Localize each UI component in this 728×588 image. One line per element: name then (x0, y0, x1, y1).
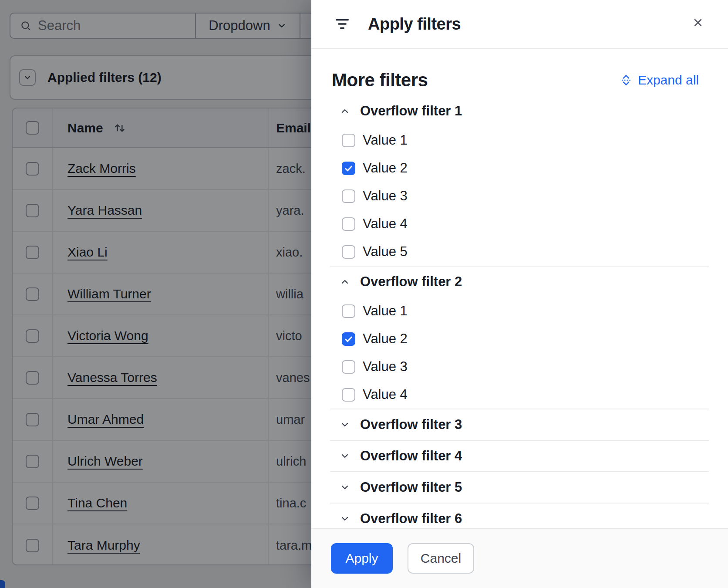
filter-option-row: Value 4 (311, 381, 728, 409)
filter-option-label[interactable]: Value 4 (363, 216, 408, 232)
more-filters-heading: More filters (332, 70, 428, 91)
apply-button[interactable]: Apply (331, 543, 393, 574)
filter-section-toggle-overflow-filter-6[interactable]: Overflow filter 6 (311, 504, 728, 528)
filter-option-row: Value 2 (311, 325, 728, 353)
drawer-body: More filters Expand all Overflow filter … (311, 49, 728, 528)
checkbox-overflow-filter-2-value-2[interactable] (342, 332, 355, 346)
checkbox-overflow-filter-1-value-3[interactable] (342, 189, 355, 203)
apply-filters-drawer: Apply filters More filters Expand all Ov… (311, 0, 728, 588)
chevron-down-icon (339, 451, 351, 461)
filter-option-row: Value 5 (311, 238, 728, 266)
page: Dropdown Applied filters (12) Name (0, 0, 728, 588)
expand-all-label: Expand all (638, 73, 699, 88)
checkmark-icon (344, 163, 354, 173)
checkbox-overflow-filter-2-value-1[interactable] (342, 304, 355, 318)
filter-option-row: Value 3 (311, 182, 728, 210)
chevron-down-icon (339, 482, 351, 493)
filter-section-label: Overflow filter 1 (360, 103, 462, 119)
drawer-title: Apply filters (368, 15, 461, 34)
filter-option-row: Value 1 (311, 297, 728, 325)
checkbox-overflow-filter-1-value-5[interactable] (342, 245, 355, 259)
chevron-down-icon (339, 419, 351, 430)
filter-section-toggle-overflow-filter-3[interactable]: Overflow filter 3 (311, 409, 728, 440)
filter-section-label: Overflow filter 3 (360, 417, 462, 433)
filter-section-label: Overflow filter 6 (360, 511, 462, 527)
filter-option-label[interactable]: Value 4 (363, 387, 408, 402)
checkbox-overflow-filter-1-value-2[interactable] (342, 162, 355, 175)
expand-all-icon (620, 74, 633, 87)
filter-option-label[interactable]: Value 3 (363, 359, 408, 375)
filter-section-label: Overflow filter 2 (360, 274, 462, 290)
chevron-up-icon (339, 277, 351, 287)
filter-section-toggle-overflow-filter-1[interactable]: Overflow filter 1 (311, 96, 728, 126)
cancel-button[interactable]: Cancel (408, 543, 474, 574)
filter-section-label: Overflow filter 4 (360, 448, 462, 464)
filter-option-label[interactable]: Value 2 (363, 160, 408, 176)
checkbox-overflow-filter-2-value-3[interactable] (342, 360, 355, 374)
filter-option-label[interactable]: Value 3 (363, 188, 408, 204)
filter-option-row: Value 2 (311, 154, 728, 182)
filter-option-label[interactable]: Value 1 (363, 132, 408, 148)
more-filters-row: More filters Expand all (332, 69, 699, 91)
checkbox-overflow-filter-1-value-4[interactable] (342, 217, 355, 231)
checkbox-overflow-filter-1-value-1[interactable] (342, 134, 355, 147)
close-button[interactable] (688, 12, 708, 33)
filter-section-toggle-overflow-filter-5[interactable]: Overflow filter 5 (311, 472, 728, 503)
filter-section-toggle-overflow-filter-2[interactable]: Overflow filter 2 (311, 267, 728, 297)
chevron-up-icon (339, 106, 351, 116)
filter-sections-list: Overflow filter 1Value 1Value 2Value 3Va… (311, 96, 728, 528)
filter-option-label[interactable]: Value 1 (363, 303, 408, 319)
checkbox-overflow-filter-2-value-4[interactable] (342, 388, 355, 402)
checkmark-icon (344, 334, 354, 344)
drawer-footer: Apply Cancel (311, 528, 728, 588)
filter-option-label[interactable]: Value 5 (363, 244, 408, 260)
filter-section-toggle-overflow-filter-4[interactable]: Overflow filter 4 (311, 441, 728, 471)
filter-section-label: Overflow filter 5 (360, 480, 462, 495)
chevron-down-icon (339, 514, 351, 524)
drawer-header: Apply filters (311, 0, 728, 49)
close-icon (692, 17, 704, 29)
filter-option-row: Value 4 (311, 210, 728, 238)
expand-all-button[interactable]: Expand all (620, 73, 699, 88)
filter-option-row: Value 1 (311, 126, 728, 154)
filter-option-label[interactable]: Value 2 (363, 331, 408, 347)
filter-option-row: Value 3 (311, 353, 728, 381)
filter-lines-icon (334, 16, 351, 32)
